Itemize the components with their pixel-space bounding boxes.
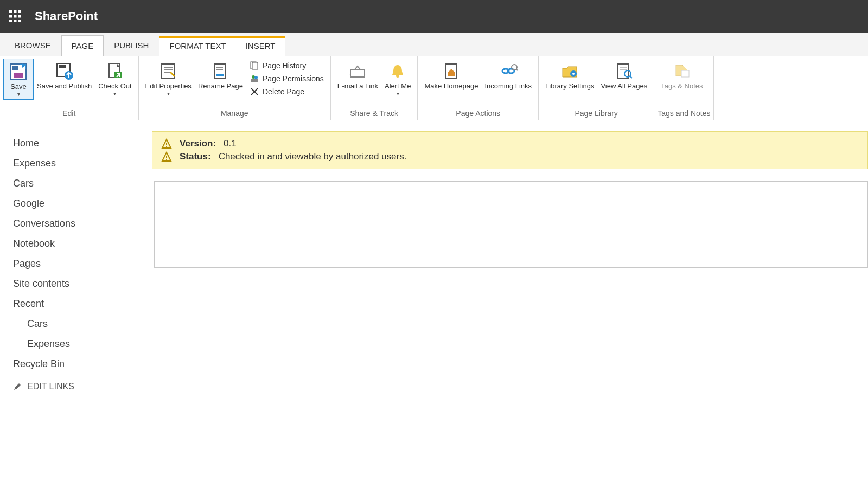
status-value: Checked in and viewable by authorized us… <box>219 151 407 162</box>
edit-properties-button[interactable]: Edit Properties <box>142 59 195 99</box>
email-link-icon <box>347 61 368 81</box>
alert-me-label: Alert Me <box>385 82 411 91</box>
make-homepage-label: Make Homepage <box>424 82 478 91</box>
rename-page-label: Rename Page <box>198 82 243 91</box>
save-and-publish-button[interactable]: Save and Publish <box>34 59 95 93</box>
svg-point-27 <box>254 76 258 79</box>
nav-cars[interactable]: Cars <box>13 174 152 194</box>
save-dropdown-caret[interactable] <box>17 91 20 97</box>
ribbon-group-edit-label: Edit <box>3 108 135 119</box>
ribbon-group-page-actions: Make Homepage Incoming Links Page Action… <box>418 56 539 120</box>
nav-google[interactable]: Google <box>13 194 152 214</box>
email-link-label: E-mail a Link <box>337 82 378 91</box>
app-launcher-icon[interactable] <box>4 5 26 27</box>
svg-point-49 <box>166 159 167 160</box>
save-label: Save <box>10 83 27 91</box>
view-all-pages-label: View All Pages <box>601 82 647 91</box>
svg-rect-6 <box>9 20 12 22</box>
svg-rect-28 <box>251 79 258 82</box>
page-history-icon <box>250 61 259 70</box>
rename-page-icon <box>210 61 231 81</box>
tab-insert[interactable]: INSERT <box>236 38 285 56</box>
ribbon: Save Save and Publish Check Out Edit <box>0 56 868 120</box>
incoming-links-icon <box>498 61 519 81</box>
nav-recycle-bin[interactable]: Recycle Bin <box>13 354 152 374</box>
version-label: Version: <box>180 138 216 149</box>
alert-me-button[interactable]: Alert Me <box>381 59 414 99</box>
svg-rect-4 <box>14 15 17 18</box>
brand-title: SharePoint <box>35 9 98 23</box>
svg-point-26 <box>252 75 255 79</box>
page-permissions-button[interactable]: Page Permissions <box>248 73 325 85</box>
svg-rect-12 <box>59 65 66 68</box>
nav-site-contents[interactable]: Site contents <box>13 274 152 294</box>
save-button[interactable]: Save <box>3 59 34 100</box>
rename-page-button[interactable]: Rename Page <box>195 59 246 93</box>
ribbon-group-manage: Edit Properties Rename Page Page History <box>139 56 331 120</box>
svg-rect-7 <box>14 20 17 22</box>
ribbon-group-page-actions-label: Page Actions <box>421 108 535 119</box>
tab-format-text[interactable]: FORMAT TEXT <box>159 38 235 56</box>
page-permissions-label: Page Permissions <box>263 74 324 83</box>
warning-icon <box>161 138 172 149</box>
svg-rect-31 <box>350 69 365 77</box>
page-history-button[interactable]: Page History <box>248 60 325 72</box>
ribbon-group-share-track-label: Share & Track <box>334 108 414 119</box>
save-publish-label: Save and Publish <box>37 82 92 91</box>
incoming-links-button[interactable]: Incoming Links <box>481 59 535 93</box>
nav-pages[interactable]: Pages <box>13 254 152 274</box>
svg-rect-3 <box>9 15 12 18</box>
ribbon-tabstrip: BROWSE PAGE PUBLISH FORMAT TEXT INSERT <box>0 33 868 56</box>
check-out-dropdown-caret[interactable] <box>113 91 116 97</box>
alert-me-dropdown-caret[interactable] <box>397 91 399 97</box>
warning-icon <box>161 151 172 162</box>
svg-rect-2 <box>18 10 21 13</box>
edit-links-button[interactable]: EDIT LINKS <box>13 374 152 391</box>
edit-properties-label: Edit Properties <box>145 82 192 91</box>
pencil-icon <box>13 382 22 391</box>
edit-properties-icon <box>158 61 178 81</box>
check-out-button[interactable]: Check Out <box>95 59 135 99</box>
view-all-pages-button[interactable]: View All Pages <box>597 59 650 93</box>
tab-browse[interactable]: BROWSE <box>4 35 61 56</box>
svg-rect-25 <box>252 62 258 69</box>
ribbon-group-edit: Save Save and Publish Check Out Edit <box>0 56 139 120</box>
library-settings-button[interactable]: Library Settings <box>542 59 597 93</box>
nav-home[interactable]: Home <box>13 133 152 153</box>
check-out-label: Check Out <box>98 82 131 91</box>
view-all-pages-icon <box>614 61 634 81</box>
make-homepage-button[interactable]: Make Homepage <box>421 59 481 93</box>
make-homepage-icon <box>441 61 462 81</box>
ribbon-group-manage-label: Manage <box>142 108 327 119</box>
ribbon-group-share-track: E-mail a Link Alert Me Share & Track <box>331 56 418 120</box>
nav-conversations[interactable]: Conversations <box>13 214 152 234</box>
nav-recent-expenses[interactable]: Expenses <box>13 334 152 354</box>
tab-publish[interactable]: PUBLISH <box>104 35 159 56</box>
svg-point-47 <box>166 146 167 147</box>
svg-rect-0 <box>9 10 12 13</box>
delete-page-icon <box>250 87 259 97</box>
status-label: Status: <box>180 151 211 162</box>
nav-recent[interactable]: Recent <box>13 294 152 314</box>
delete-page-button[interactable]: Delete Page <box>248 86 325 98</box>
svg-point-39 <box>572 73 575 75</box>
nav-expenses[interactable]: Expenses <box>13 153 152 174</box>
save-icon <box>8 61 29 82</box>
svg-rect-1 <box>14 10 17 13</box>
check-out-icon <box>105 61 125 81</box>
tags-notes-icon <box>672 61 692 81</box>
library-settings-label: Library Settings <box>545 82 594 91</box>
tags-notes-button[interactable]: Tags & Notes <box>658 59 706 93</box>
svg-line-44 <box>630 76 632 78</box>
content-area: Version: 0.1 Status: Checked in and view… <box>152 120 868 488</box>
page-status-bar: Version: 0.1 Status: Checked in and view… <box>152 131 868 169</box>
page-permissions-icon <box>250 74 259 84</box>
nav-recent-cars[interactable]: Cars <box>13 314 152 334</box>
email-link-button[interactable]: E-mail a Link <box>334 59 381 93</box>
edit-properties-dropdown-caret[interactable] <box>167 91 170 97</box>
tab-page[interactable]: PAGE <box>61 35 104 56</box>
ribbon-group-page-library-label: Page Library <box>542 108 650 119</box>
page-content-editor[interactable] <box>154 181 868 268</box>
svg-rect-16 <box>162 64 175 78</box>
nav-notebook[interactable]: Notebook <box>13 234 152 254</box>
